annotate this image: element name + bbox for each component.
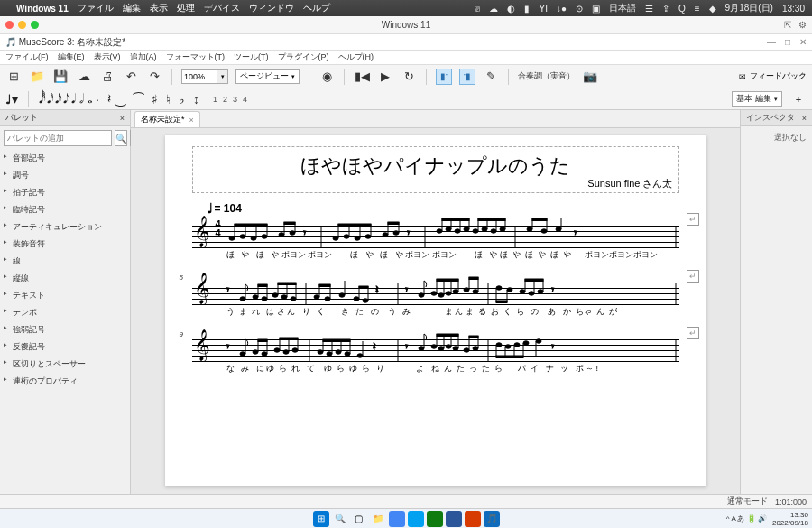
tie-icon[interactable]: ‿ xyxy=(115,92,125,107)
mac-date[interactable]: 9月18日(日) xyxy=(725,2,773,14)
tray-icon[interactable]: ☁ xyxy=(489,4,498,14)
close-button[interactable]: ✕ xyxy=(799,37,807,47)
menu-edit[interactable]: 編集(E) xyxy=(58,51,85,63)
menu-add[interactable]: 追加(A) xyxy=(130,51,157,63)
sharp-icon[interactable]: ♯ xyxy=(152,92,158,107)
save-icon[interactable]: 💾 xyxy=(52,69,69,85)
tray-icon[interactable]: ⎚ xyxy=(475,4,480,14)
close-icon[interactable]: × xyxy=(120,114,125,123)
gear-icon[interactable]: ⚙ xyxy=(798,20,807,30)
system-break-icon[interactable]: ↵ xyxy=(687,327,699,339)
mac-menu-device[interactable]: デバイス xyxy=(204,2,240,14)
composer[interactable]: Sunsun fine さん太 xyxy=(587,177,672,190)
score-page[interactable]: ほやほやパイナップルのうた Sunsun fine さん太 ♩= 104 𝄞 4… xyxy=(165,135,706,486)
close-icon[interactable]: × xyxy=(189,116,194,125)
voice-1[interactable]: 1 xyxy=(213,95,217,104)
mac-menu-edit[interactable]: 編集 xyxy=(123,2,141,14)
excel-icon[interactable] xyxy=(427,511,443,527)
start-button[interactable]: ⊞ xyxy=(313,511,329,527)
concert-pitch-label[interactable]: 合奏調（実音） xyxy=(518,70,575,82)
mac-menu-view[interactable]: 表示 xyxy=(150,2,168,14)
clock[interactable]: 13:302022/09/18 xyxy=(772,511,808,527)
explorer-icon[interactable]: 📁 xyxy=(370,511,386,527)
tray-icon[interactable]: ◐ xyxy=(507,4,515,14)
palette-item-articulations[interactable]: アーティキュレーション xyxy=(0,218,130,236)
flip-icon[interactable]: ↕ xyxy=(193,92,199,107)
mail-icon[interactable]: ✉ xyxy=(739,72,746,81)
tray-icon[interactable]: ◆ xyxy=(709,4,716,14)
tray-icon[interactable]: YI xyxy=(539,4,547,14)
tray-icons[interactable]: ^ A あ 🔋 🔊 xyxy=(726,514,767,523)
palette-item-repeats[interactable]: 反復記号 xyxy=(0,338,130,356)
powerpoint-icon[interactable] xyxy=(465,511,481,527)
zoom-dropdown[interactable]: ▾ xyxy=(217,69,228,84)
mac-menu-help[interactable]: ヘルプ xyxy=(303,2,330,14)
palette-search-input[interactable] xyxy=(4,130,112,146)
menu-help[interactable]: ヘルプ(H) xyxy=(338,51,374,63)
tray-icon[interactable]: ≡ xyxy=(695,4,700,14)
system-2[interactable]: 5 𝄞 𝄾 xyxy=(192,279,679,318)
tray-icon[interactable]: ▣ xyxy=(592,4,600,14)
menu-tools[interactable]: ツール(T) xyxy=(234,51,269,63)
palette-item-barlines[interactable]: 縦線 xyxy=(0,270,130,287)
cloud-icon[interactable]: ☁ xyxy=(76,69,92,85)
mac-menu-process[interactable]: 処理 xyxy=(177,2,195,14)
voice-3[interactable]: 3 xyxy=(233,95,237,104)
pageview-dropdown[interactable]: ページビュー▾ xyxy=(235,69,300,84)
system-3[interactable]: 9 𝄞 𝄾 xyxy=(192,336,679,375)
add-icon[interactable]: + xyxy=(790,91,807,107)
search-icon[interactable]: 🔍 xyxy=(115,130,127,146)
mac-menu-window[interactable]: ウィンドウ xyxy=(249,2,294,14)
menu-file[interactable]: ファイル(F) xyxy=(5,51,49,63)
close-dot[interactable] xyxy=(5,21,14,29)
palette-item-text[interactable]: テキスト xyxy=(0,287,130,304)
voice-4[interactable]: 4 xyxy=(243,95,247,104)
palette-item-keysig[interactable]: 調号 xyxy=(0,167,130,184)
minimize-button[interactable]: — xyxy=(767,37,776,47)
loop-out-button[interactable]: :▮ xyxy=(459,69,475,85)
minimize-dot[interactable] xyxy=(18,21,26,29)
taskview-icon[interactable]: ▢ xyxy=(351,511,367,527)
open-icon[interactable]: 📁 xyxy=(29,69,45,85)
palette-item-breaks[interactable]: 区切りとスペーサー xyxy=(0,356,130,373)
voice-2[interactable]: 2 xyxy=(223,95,227,104)
new-icon[interactable]: ⊞ xyxy=(5,69,22,85)
metronome-icon[interactable]: ◉ xyxy=(318,69,335,85)
system-break-icon[interactable]: ↵ xyxy=(687,213,699,226)
loop-icon[interactable]: ↻ xyxy=(401,69,417,85)
menu-plugins[interactable]: プラグイン(P) xyxy=(278,51,329,63)
expand-icon[interactable]: ⇱ xyxy=(784,20,791,30)
tray-icon[interactable]: ↓● xyxy=(557,4,567,14)
song-title[interactable]: ほやほやパイナップルのうた xyxy=(193,153,678,180)
tab-score[interactable]: 名称未設定*× xyxy=(134,111,200,127)
zoom-dot[interactable] xyxy=(31,21,39,29)
menu-format[interactable]: フォーマット(T) xyxy=(166,51,226,63)
word-icon[interactable] xyxy=(446,511,462,527)
system-break-icon[interactable]: ↵ xyxy=(687,270,699,283)
palette-item-accidentals[interactable]: 臨時記号 xyxy=(0,201,130,218)
palette-item-beam[interactable]: 連桁のプロパティ xyxy=(0,373,130,390)
natural-icon[interactable]: ♮ xyxy=(166,92,171,107)
system-1[interactable]: 𝄞 44 𝄾 𝄾 xyxy=(192,222,679,261)
musescore-icon[interactable]: 🎵 xyxy=(484,511,500,527)
tray-icon[interactable]: ▮ xyxy=(524,4,530,14)
palette-item-timesig[interactable]: 拍子記号 xyxy=(0,184,130,201)
search-icon[interactable]: 🔍 xyxy=(332,511,348,527)
tray-icon[interactable]: Q xyxy=(678,4,686,14)
undo-icon[interactable]: ↶ xyxy=(123,69,139,85)
zoom-input[interactable] xyxy=(181,69,217,84)
flat-icon[interactable]: ♭ xyxy=(179,92,185,107)
palette-item-lines[interactable]: 線 xyxy=(0,253,130,270)
slur-icon[interactable]: ⁀ xyxy=(134,92,143,107)
mac-menu-file[interactable]: ファイル xyxy=(78,2,114,14)
chrome-icon[interactable] xyxy=(389,511,405,527)
note-input-icon[interactable]: ♩▾ xyxy=(5,92,18,107)
camera-icon[interactable]: 📷 xyxy=(582,69,598,85)
title-frame[interactable]: ほやほやパイナップルのうた Sunsun fine さん太 xyxy=(192,146,679,193)
feedback-label[interactable]: フィードバック xyxy=(750,70,807,82)
dot-icon[interactable]: · xyxy=(96,92,99,107)
palette-item-tempo[interactable]: テンポ xyxy=(0,304,130,321)
redo-icon[interactable]: ↷ xyxy=(146,69,162,85)
tray-icon[interactable]: ☰ xyxy=(645,4,653,14)
palette-item-dynamics[interactable]: 強弱記号 xyxy=(0,321,130,338)
